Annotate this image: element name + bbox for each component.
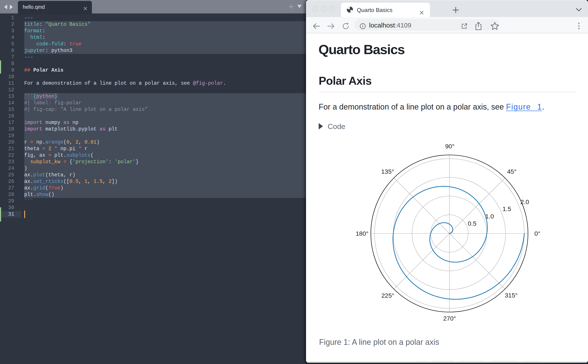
svg-text:180°: 180° xyxy=(356,230,369,237)
svg-text:135°: 135° xyxy=(381,168,394,175)
svg-text:315°: 315° xyxy=(505,292,518,299)
svg-text:2.0: 2.0 xyxy=(520,198,529,205)
svg-text:90°: 90° xyxy=(445,143,454,150)
svg-text:45°: 45° xyxy=(507,168,516,175)
svg-text:0°: 0° xyxy=(534,230,540,237)
svg-text:1.0: 1.0 xyxy=(485,213,494,220)
svg-text:1.5: 1.5 xyxy=(503,205,511,212)
svg-text:0.5: 0.5 xyxy=(468,220,477,227)
svg-text:270°: 270° xyxy=(443,315,456,322)
svg-text:225°: 225° xyxy=(381,292,394,299)
